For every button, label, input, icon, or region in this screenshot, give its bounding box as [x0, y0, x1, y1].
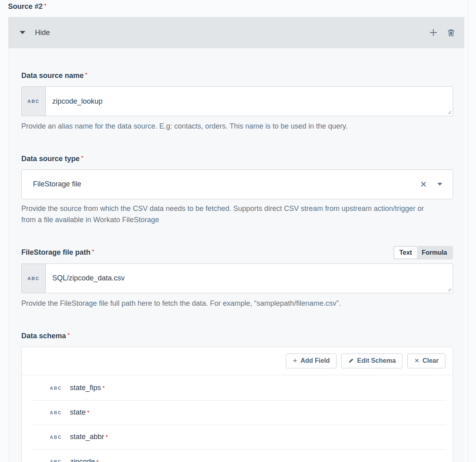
add-field-button[interactable]: + Add Field [286, 354, 336, 368]
edit-schema-button[interactable]: Edit Schema [341, 354, 402, 368]
field-name: state [70, 408, 86, 417]
data-source-type-label: Data source type* [21, 155, 453, 163]
source-panel-header: Hide [8, 17, 464, 48]
file-path-label: FileStorage file path* [21, 248, 94, 257]
chevron-down-icon[interactable] [437, 183, 442, 186]
hide-toggle[interactable]: Hide [35, 29, 50, 37]
file-path-help: Provide the FileStorage file full path h… [21, 298, 453, 309]
required-asterisk: * [87, 409, 89, 415]
required-asterisk: * [106, 434, 108, 440]
data-source-name-label: Data source name* [21, 72, 453, 80]
data-source-name-input[interactable]: ABC zipcode_lookup [21, 86, 453, 116]
resize-grip-icon[interactable] [447, 110, 451, 114]
required-asterisk: * [96, 459, 98, 462]
pencil-icon [348, 358, 354, 364]
data-schema-box: + Add Field Edit Schema ✕ Clear ABC s [21, 347, 453, 462]
field-name: state_abbr [70, 433, 104, 441]
schema-field-row[interactable]: ABC state_abbr * [32, 425, 446, 450]
schema-toolbar: + Add Field Edit Schema ✕ Clear [22, 347, 453, 375]
schema-field-row[interactable]: ABC zipcode * [32, 450, 446, 462]
collapse-caret-icon[interactable] [20, 31, 25, 34]
required-asterisk: * [103, 385, 105, 391]
data-schema-label: Data schema* [21, 332, 453, 340]
page-title: Source #2* [8, 2, 46, 11]
required-asterisk: * [92, 248, 94, 254]
field-name: zipcode [70, 458, 95, 462]
data-source-type-select[interactable]: FileStorage file ✕ [21, 170, 453, 199]
mode-formula-tab[interactable]: Formula [417, 247, 452, 258]
clear-schema-button[interactable]: ✕ Clear [407, 354, 445, 368]
file-path-value[interactable]: SQL/zipcode_data.csv [46, 264, 453, 293]
schema-field-row[interactable]: ABC state * [32, 401, 446, 425]
field-type-badge: ABC [50, 459, 64, 462]
schema-field-row[interactable]: ABC state_fips * [32, 376, 446, 401]
resize-grip-icon[interactable] [447, 287, 451, 292]
data-source-type-value: FileStorage file [33, 180, 420, 188]
x-icon: ✕ [414, 357, 419, 364]
required-asterisk: * [44, 2, 46, 8]
plus-icon: + [293, 356, 297, 365]
scroll-gutter[interactable] [468, 0, 476, 462]
input-mode-toggle: Text Formula [393, 246, 453, 260]
text-type-badge: ABC [22, 264, 46, 293]
source-panel: Hide Data source name* ABC zipcode_looku… [8, 17, 464, 462]
field-type-badge: ABC [50, 435, 64, 440]
move-icon[interactable] [429, 28, 438, 37]
trash-icon[interactable] [447, 28, 455, 37]
field-type-badge: ABC [50, 410, 64, 415]
file-path-input[interactable]: ABC SQL/zipcode_data.csv [21, 264, 453, 293]
data-source-name-value[interactable]: zipcode_lookup [46, 87, 453, 116]
mode-text-tab[interactable]: Text [394, 247, 417, 258]
field-name: state_fips [70, 384, 101, 392]
data-source-name-help: Provide an alias name for the data sourc… [21, 121, 453, 132]
required-asterisk: * [68, 332, 70, 338]
schema-field-list: ABC state_fips * ABC state * ABC state_a… [32, 376, 446, 462]
clear-selection-icon[interactable]: ✕ [420, 180, 427, 188]
required-asterisk: * [85, 72, 87, 78]
source-title-text: Source #2 [8, 2, 43, 10]
field-type-badge: ABC [50, 386, 64, 390]
file-path-label-row: FileStorage file path* Text Formula [21, 246, 453, 260]
data-source-type-help: Provide the source from which the CSV da… [21, 203, 435, 226]
text-type-badge: ABC [22, 87, 46, 116]
source-panel-body: Data source name* ABC zipcode_lookup Pro… [8, 48, 464, 462]
required-asterisk: * [81, 155, 83, 161]
